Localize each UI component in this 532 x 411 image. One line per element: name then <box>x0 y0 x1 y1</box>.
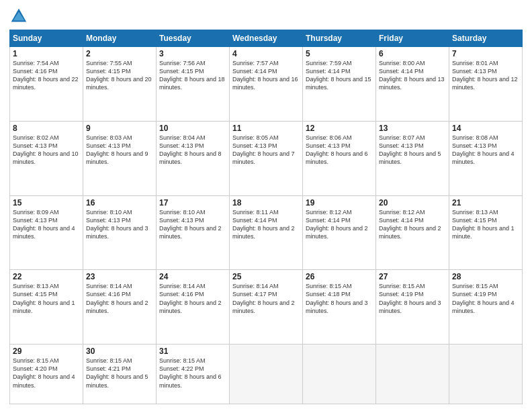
cell-text: Sunrise: 8:00 AMSunset: 4:14 PMDaylight:… <box>379 60 445 91</box>
calendar-header-monday: Monday <box>83 30 157 47</box>
calendar-header-row: SundayMondayTuesdayWednesdayThursdayFrid… <box>10 30 523 47</box>
day-number: 10 <box>159 124 226 133</box>
table-row: 14Sunrise: 8:08 AMSunset: 4:13 PMDayligh… <box>449 121 523 195</box>
table-row: 26Sunrise: 8:15 AMSunset: 4:18 PMDayligh… <box>303 270 376 345</box>
cell-text: Sunrise: 8:10 AMSunset: 4:13 PMDaylight:… <box>86 209 148 240</box>
cell-text: Sunrise: 8:14 AMSunset: 4:16 PMDaylight:… <box>159 283 222 314</box>
cell-text: Sunrise: 8:15 AMSunset: 4:18 PMDaylight:… <box>306 283 368 314</box>
cell-text: Sunrise: 7:57 AMSunset: 4:14 PMDaylight:… <box>232 60 298 91</box>
calendar-week-5: 29Sunrise: 8:15 AMSunset: 4:20 PMDayligh… <box>10 345 523 404</box>
table-row: 19Sunrise: 8:12 AMSunset: 4:14 PMDayligh… <box>303 195 376 270</box>
calendar-week-3: 15Sunrise: 8:09 AMSunset: 4:13 PMDayligh… <box>10 195 523 270</box>
calendar-header-wednesday: Wednesday <box>230 30 303 47</box>
cell-text: Sunrise: 8:06 AMSunset: 4:13 PMDaylight:… <box>306 134 368 165</box>
table-row: 8Sunrise: 8:02 AMSunset: 4:13 PMDaylight… <box>10 121 83 195</box>
header <box>9 7 523 26</box>
cell-text: Sunrise: 8:03 AMSunset: 4:13 PMDaylight:… <box>86 134 148 165</box>
cell-text: Sunrise: 8:02 AMSunset: 4:13 PMDaylight:… <box>13 134 79 165</box>
cell-text: Sunrise: 8:04 AMSunset: 4:13 PMDaylight:… <box>159 134 222 165</box>
table-row: 7Sunrise: 8:01 AMSunset: 4:13 PMDaylight… <box>449 47 523 122</box>
day-number: 21 <box>452 198 519 208</box>
table-row: 2Sunrise: 7:55 AMSunset: 4:15 PMDaylight… <box>83 47 157 122</box>
calendar-header-tuesday: Tuesday <box>157 30 230 47</box>
table-row: 6Sunrise: 8:00 AMSunset: 4:14 PMDaylight… <box>376 47 449 122</box>
day-number: 15 <box>13 198 80 208</box>
cell-text: Sunrise: 7:56 AMSunset: 4:15 PMDaylight:… <box>159 60 225 91</box>
table-row: 9Sunrise: 8:03 AMSunset: 4:13 PMDaylight… <box>83 121 157 195</box>
day-number: 16 <box>86 198 153 208</box>
table-row: 28Sunrise: 8:15 AMSunset: 4:19 PMDayligh… <box>449 270 523 345</box>
table-row <box>230 345 303 404</box>
calendar-week-2: 8Sunrise: 8:02 AMSunset: 4:13 PMDaylight… <box>10 121 523 195</box>
table-row: 21Sunrise: 8:13 AMSunset: 4:15 PMDayligh… <box>449 195 523 270</box>
day-number: 12 <box>306 124 373 133</box>
day-number: 9 <box>86 124 153 133</box>
cell-text: Sunrise: 8:15 AMSunset: 4:19 PMDaylight:… <box>452 283 515 314</box>
day-number: 30 <box>86 347 153 356</box>
cell-text: Sunrise: 8:15 AMSunset: 4:20 PMDaylight:… <box>13 357 75 388</box>
cell-text: Sunrise: 7:54 AMSunset: 4:16 PMDaylight:… <box>13 60 79 91</box>
day-number: 25 <box>232 272 300 281</box>
table-row: 3Sunrise: 7:56 AMSunset: 4:15 PMDaylight… <box>157 47 230 122</box>
table-row: 22Sunrise: 8:13 AMSunset: 4:15 PMDayligh… <box>10 270 83 345</box>
table-row: 31Sunrise: 8:15 AMSunset: 4:22 PMDayligh… <box>157 345 230 404</box>
cell-text: Sunrise: 8:15 AMSunset: 4:22 PMDaylight:… <box>159 357 222 388</box>
table-row: 10Sunrise: 8:04 AMSunset: 4:13 PMDayligh… <box>157 121 230 195</box>
table-row: 4Sunrise: 7:57 AMSunset: 4:14 PMDaylight… <box>230 47 303 122</box>
table-row: 25Sunrise: 8:14 AMSunset: 4:17 PMDayligh… <box>230 270 303 345</box>
table-row: 27Sunrise: 8:15 AMSunset: 4:19 PMDayligh… <box>376 270 449 345</box>
day-number: 18 <box>232 198 300 208</box>
calendar-week-1: 1Sunrise: 7:54 AMSunset: 4:16 PMDaylight… <box>10 47 523 122</box>
cell-text: Sunrise: 8:09 AMSunset: 4:13 PMDaylight:… <box>13 209 75 240</box>
cell-text: Sunrise: 8:05 AMSunset: 4:13 PMDaylight:… <box>232 134 295 165</box>
day-number: 3 <box>159 49 226 58</box>
day-number: 23 <box>86 272 153 281</box>
table-row: 12Sunrise: 8:06 AMSunset: 4:13 PMDayligh… <box>303 121 376 195</box>
day-number: 24 <box>159 272 226 281</box>
table-row: 18Sunrise: 8:11 AMSunset: 4:14 PMDayligh… <box>230 195 303 270</box>
table-row: 17Sunrise: 8:10 AMSunset: 4:13 PMDayligh… <box>157 195 230 270</box>
table-row: 29Sunrise: 8:15 AMSunset: 4:20 PMDayligh… <box>10 345 83 404</box>
cell-text: Sunrise: 8:08 AMSunset: 4:13 PMDaylight:… <box>452 134 515 165</box>
table-row: 24Sunrise: 8:14 AMSunset: 4:16 PMDayligh… <box>157 270 230 345</box>
day-number: 11 <box>232 124 300 133</box>
table-row <box>449 345 523 404</box>
day-number: 5 <box>306 49 373 58</box>
table-row: 16Sunrise: 8:10 AMSunset: 4:13 PMDayligh… <box>83 195 157 270</box>
table-row: 11Sunrise: 8:05 AMSunset: 4:13 PMDayligh… <box>230 121 303 195</box>
table-row <box>376 345 449 404</box>
cell-text: Sunrise: 8:10 AMSunset: 4:13 PMDaylight:… <box>159 209 222 240</box>
day-number: 13 <box>379 124 446 133</box>
day-number: 20 <box>379 198 446 208</box>
day-number: 4 <box>232 49 300 58</box>
calendar-header-saturday: Saturday <box>449 30 523 47</box>
day-number: 26 <box>306 272 373 281</box>
day-number: 8 <box>13 124 80 133</box>
day-number: 2 <box>86 49 153 58</box>
cell-text: Sunrise: 8:13 AMSunset: 4:15 PMDaylight:… <box>13 283 75 314</box>
cell-text: Sunrise: 8:01 AMSunset: 4:13 PMDaylight:… <box>452 60 518 91</box>
day-number: 1 <box>13 49 80 58</box>
calendar-header-thursday: Thursday <box>303 30 376 47</box>
day-number: 6 <box>379 49 446 58</box>
table-row: 1Sunrise: 7:54 AMSunset: 4:16 PMDaylight… <box>10 47 83 122</box>
cell-text: Sunrise: 8:14 AMSunset: 4:17 PMDaylight:… <box>232 283 295 314</box>
calendar-header-sunday: Sunday <box>10 30 83 47</box>
calendar-table: SundayMondayTuesdayWednesdayThursdayFrid… <box>9 30 523 404</box>
cell-text: Sunrise: 7:55 AMSunset: 4:15 PMDaylight:… <box>86 60 152 91</box>
calendar-week-4: 22Sunrise: 8:13 AMSunset: 4:15 PMDayligh… <box>10 270 523 345</box>
logo-icon <box>9 7 28 26</box>
cell-text: Sunrise: 8:11 AMSunset: 4:14 PMDaylight:… <box>232 209 295 240</box>
day-number: 27 <box>379 272 446 281</box>
day-number: 28 <box>452 272 519 281</box>
cell-text: Sunrise: 8:12 AMSunset: 4:14 PMDaylight:… <box>306 209 368 240</box>
table-row: 15Sunrise: 8:09 AMSunset: 4:13 PMDayligh… <box>10 195 83 270</box>
table-row: 20Sunrise: 8:12 AMSunset: 4:14 PMDayligh… <box>376 195 449 270</box>
cell-text: Sunrise: 8:14 AMSunset: 4:16 PMDaylight:… <box>86 283 148 314</box>
day-number: 17 <box>159 198 226 208</box>
day-number: 29 <box>13 347 80 356</box>
day-number: 22 <box>13 272 80 281</box>
cell-text: Sunrise: 8:15 AMSunset: 4:19 PMDaylight:… <box>379 283 441 314</box>
table-row: 5Sunrise: 7:59 AMSunset: 4:14 PMDaylight… <box>303 47 376 122</box>
cell-text: Sunrise: 8:15 AMSunset: 4:21 PMDaylight:… <box>86 357 148 388</box>
